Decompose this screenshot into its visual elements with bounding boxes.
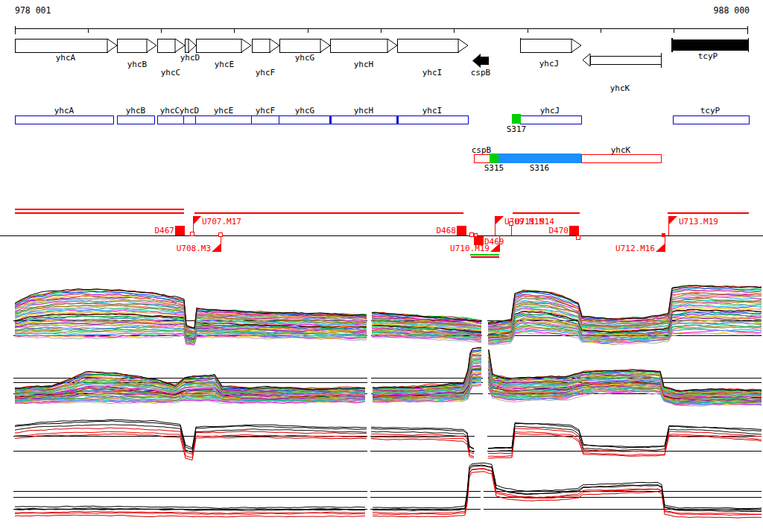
unit-label-yhcH: yhcH [354,106,374,115]
gene-yhcK[interactable]: yhcK [583,53,661,93]
marker-open-square[interactable] [218,232,222,236]
marker-D470[interactable]: D470 [549,226,580,239]
marker-open-square[interactable] [509,221,513,225]
expression-track-reverse-probes-all-conditions [13,347,762,406]
gene-label-yhcI: yhcI [422,68,443,77]
marker-flag[interactable] [656,244,665,252]
ruler [15,26,747,34]
profile-line [488,434,762,458]
marker-label-D470: D470 [549,226,569,235]
unit-box-blue[interactable] [157,115,183,124]
unit-row-blue: yhcAyhcByhcCyhcDyhcEyhcFyhcGyhcHyhcIyhcJ… [15,106,749,134]
profile-line [371,427,474,449]
gene-label-yhcE: yhcE [215,60,235,69]
unit-label-yhcC: yhcC [160,106,180,115]
marker-U712.M16[interactable]: U712.M16 [615,233,665,253]
marker-open-square[interactable] [576,235,580,239]
gene-yhcJ[interactable]: yhcJ [520,38,581,69]
marker-open-square[interactable] [469,232,473,236]
marker-flag[interactable] [668,216,677,225]
segment-box-S315[interactable] [490,153,498,163]
gene-arrow-body-yhcB[interactable] [117,39,147,52]
gene-arrow-head-yhcB[interactable] [147,39,156,52]
gene-arrow-body-yhcD[interactable] [185,39,189,52]
gene-arrow-head-yhcH[interactable] [387,39,397,52]
gene-yhcI[interactable]: yhcI [397,39,468,77]
profile-line [371,439,474,458]
unit-box-blue[interactable] [183,115,195,124]
marker-flag[interactable] [193,216,201,225]
unit-box-blue[interactable] [279,115,330,124]
genome-browser-view: 978 001 988 000 yhcAyhcByhcCyhcDyhcEyhcF… [0,0,763,532]
gene-arrow-head-yhcA[interactable] [107,39,117,52]
expression-track-forward-probes-all-conditions [13,285,762,345]
gene-arrow-head-yhcG[interactable] [320,39,330,52]
profile-line [373,463,762,508]
marker-square[interactable] [662,233,665,237]
marker-square[interactable] [175,226,185,235]
unit-label-tcyP: tcyP [700,106,721,115]
segment-label-S315: S315 [484,163,504,173]
marker-flag[interactable] [495,216,504,225]
marker-label-U708.M3: U708.M3 [177,244,211,253]
unit-box-blue[interactable] [15,115,113,124]
unit-box-blue[interactable] [117,115,154,124]
marker-U713.M19[interactable]: U713.M19 [668,216,718,235]
gene-arrow-body-yhcF[interactable] [252,39,270,52]
marker-flag[interactable] [212,244,221,252]
gene-tcyP[interactable]: tcyP [672,38,748,61]
gene-yhcG[interactable]: yhcG [279,39,330,63]
transcript-box-yhcK[interactable] [581,154,661,162]
gene-cspB[interactable]: cspB [471,54,491,77]
marker-U711.M14[interactable]: U711.M14 [509,217,554,235]
gene-arrow-head-yhcE[interactable] [241,39,251,52]
gene-arrow-body-cspB[interactable] [481,57,489,65]
unit-box-blue[interactable] [330,115,397,124]
gene-arrow-body-yhcJ[interactable] [520,39,572,52]
unit-box-blue[interactable] [673,115,749,124]
transcript-box-cspB[interactable] [474,154,490,162]
gene-yhcE[interactable]: yhcE [196,39,251,69]
unit-box-blue[interactable] [251,115,279,124]
browser-canvas: yhcAyhcByhcCyhcDyhcEyhcFyhcGyhcHyhcIcspB… [0,0,763,532]
gene-arrow-body-yhcI[interactable] [397,39,458,52]
gene-label-yhcC: yhcC [161,68,181,77]
marker-open-square[interactable] [190,232,194,235]
gene-box-tcyP[interactable] [673,39,748,51]
segment-label-S316: S316 [530,163,550,173]
gene-arrow-head-yhcI[interactable] [458,39,468,52]
marker-square[interactable] [569,226,579,235]
gene-arrow-body-yhcG[interactable] [279,39,320,52]
marker-D467[interactable]: D467 [155,226,186,235]
marker-U707.M17[interactable]: U707.M17 [190,216,241,235]
gene-yhcF[interactable]: yhcF [252,39,279,77]
unit-box-blue[interactable] [397,115,468,124]
gene-arrow-body-yhcH[interactable] [330,39,387,52]
unit-box-blue[interactable] [520,115,581,124]
unit-label-yhcA: yhcA [54,106,75,115]
gene-arrow-head-yhcC[interactable] [175,39,185,52]
marker-open-square[interactable] [474,233,477,236]
gene-label-tcyP: tcyP [698,51,718,61]
gene-arrow-head-yhcD[interactable] [189,39,196,52]
marker-square[interactable] [457,226,466,235]
gene-label-yhcA: yhcA [56,53,76,63]
gene-yhcA[interactable]: yhcA [15,39,117,63]
gene-arrow-body-yhcA[interactable] [15,39,107,52]
unit-box-blue[interactable] [195,115,251,124]
gene-arrow-head-cspB[interactable] [472,54,481,68]
gene-arrow-body-yhcE[interactable] [196,39,241,52]
gene-label-yhcD: yhcD [180,53,200,63]
transcript-label-yhcK: yhcK [611,145,631,155]
expression-tracks [13,285,762,518]
gene-arrow-head-yhcJ[interactable] [572,39,581,52]
segment-marker-S317[interactable] [512,114,521,124]
gene-arrow-body-yhcC[interactable] [157,39,175,52]
segment-box-S316[interactable] [498,153,581,163]
gene-arrow-head-yhcK[interactable] [583,54,590,66]
marker-D468[interactable]: D468 [437,226,467,235]
gene-yhcB[interactable]: yhcB [117,39,156,69]
gene-arrow-head-yhcF[interactable] [270,39,279,52]
gene-yhcH[interactable]: yhcH [330,39,397,69]
gene-arrow-body-yhcK[interactable] [590,56,661,64]
